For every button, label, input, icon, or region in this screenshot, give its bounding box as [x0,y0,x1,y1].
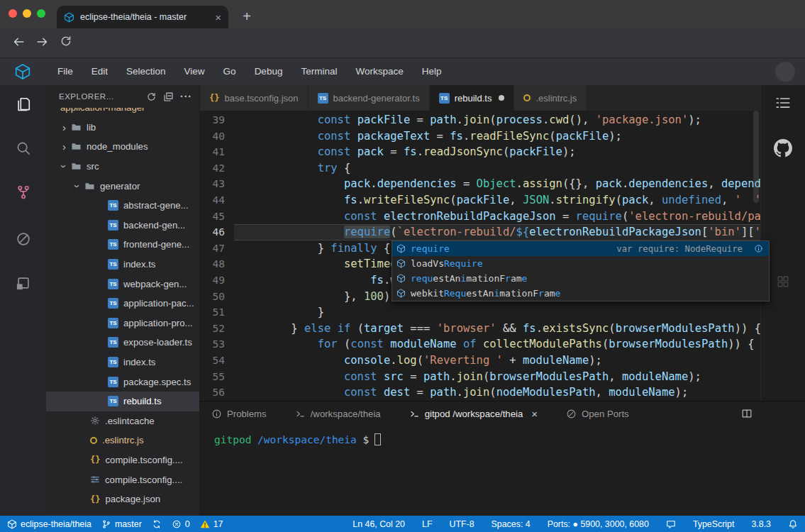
encoding-indicator[interactable]: UTF-8 [449,519,474,529]
tree-item-compile.tsconfig....[interactable]: compile.tsconfig.... [46,470,199,489]
sync-indicator[interactable] [152,519,162,529]
search-view-icon[interactable] [16,140,31,159]
tree-item-frontend-gene...[interactable]: TSfrontend-gene... [46,235,199,255]
back-icon[interactable] [11,35,26,52]
editor-tab-.eslintrc.js[interactable]: .eslintrc.js [514,85,587,111]
indentation-indicator[interactable]: Spaces: 4 [492,519,531,529]
tab-terminal-2[interactable]: gitpod /workspace/theia× [409,408,538,420]
browser-tab[interactable]: eclipse-theia/theia - master × [57,6,228,28]
code-line[interactable]: const dest = path.join(nodeModulesPath, … [234,384,760,401]
menu-edit[interactable]: Edit [82,58,117,85]
status-label: TypeScript [693,519,735,529]
typescript-version[interactable]: 3.8.3 [751,519,771,529]
code-line[interactable]: const electronRebuildPackageJson = requi… [234,209,760,225]
source-control-view-icon[interactable] [16,184,31,203]
code-line[interactable]: const pack = fs.readJsonSync(packFile); [234,144,760,160]
menu-help[interactable]: Help [413,58,451,85]
errors-indicator[interactable]: 0 [172,519,190,529]
menu-go[interactable]: Go [214,58,245,85]
github-view-icon[interactable] [774,139,792,160]
tab-terminal-1[interactable]: /workspace/theia [295,409,381,419]
code-line[interactable]: } else if (target === 'browser' && fs.ex… [234,321,760,337]
tab-problems[interactable]: Problems [211,409,267,419]
workspace-indicator[interactable]: eclipse-theia/theia [7,519,91,529]
tree-item-package.json[interactable]: {}package.json [46,489,199,509]
language-indicator[interactable]: TypeScript [693,519,735,529]
git-branch-indicator[interactable]: master [101,519,142,529]
editor-tab-bar: {}base.tsconfig.jsonTSbackend-generator.… [200,85,760,111]
tab-open-ports[interactable]: Open Ports [566,409,629,419]
user-avatar[interactable] [775,62,795,82]
tab-close-icon[interactable]: × [215,11,221,23]
explorer-view-icon[interactable] [16,96,31,115]
tree-item-index.ts[interactable]: TSindex.ts [46,353,199,372]
collapse-folders-button[interactable] [163,92,174,102]
suggestion-item[interactable]: webkitRequestAnimationFrame [392,286,769,301]
forward-icon[interactable] [35,35,50,52]
suggestion-item[interactable]: loadVsRequire [392,256,769,271]
editor-scrollbar[interactable] [753,111,759,203]
tree-item-.eslintcache[interactable]: .eslintcache [46,411,199,431]
tree-item-node-modules[interactable]: ›node_modules [46,137,199,157]
tree-item-backend-gen...[interactable]: TSbackend-gen... [46,216,199,235]
menu-terminal[interactable]: Terminal [292,58,346,85]
more-actions-button[interactable]: ··· [180,91,192,102]
menu-selection[interactable]: Selection [117,58,175,85]
tree-item-index.ts[interactable]: TSindex.ts [46,255,199,275]
cursor-position[interactable]: Ln 46, Col 20 [352,519,405,529]
window-close-button[interactable] [9,9,17,18]
modified-dot-icon[interactable] [499,95,504,101]
suggestion-item[interactable]: requirevar require: NodeRequire [392,241,769,256]
suggestion-item[interactable]: requestAnimationFrame [392,271,769,286]
eol-indicator[interactable]: LF [422,519,432,529]
menu-workspace[interactable]: Workspace [346,58,412,85]
warnings-indicator[interactable]: 17 [200,519,223,529]
line-number: 54 [204,353,225,369]
tree-item-package.spec.ts[interactable]: TSpackage.spec.ts [46,372,199,392]
refresh-explorer-button[interactable] [146,92,157,102]
code-line[interactable]: fs.writeFileSync(packFile, JSON.stringif… [234,192,760,209]
code-line[interactable]: const packageText = fs.readFileSync(pack… [234,128,760,145]
code-line[interactable]: console.log('Reverting ' + moduleName); [234,353,760,369]
window-zoom-button[interactable] [37,9,45,18]
tree-item-.eslintrc.js[interactable]: .eslintrc.js [46,431,199,450]
editor-tab-base.tsconfig.json[interactable]: {}base.tsconfig.json [200,85,309,111]
tree-item-rebuild.ts[interactable]: TSrebuild.ts [46,392,199,411]
notifications-bell[interactable] [788,519,798,529]
split-panel-icon[interactable] [741,408,753,419]
code-line[interactable]: pack.dependencies = Object.assign({}, pa… [234,176,760,192]
blocked-view-icon[interactable] [16,231,31,250]
code-line[interactable]: const src = path.join(browserModulesPath… [234,369,760,385]
tree-item-generator[interactable]: ›generator [46,176,199,196]
info-icon[interactable] [754,244,763,253]
tree-item-src[interactable]: ›src [46,157,199,177]
window-minimize-button[interactable] [23,9,31,18]
symbol-cube-icon [396,289,406,298]
code-line[interactable]: } [234,304,760,321]
tree-item-lib[interactable]: ›lib [46,118,199,138]
tree-item-webpack-gen...[interactable]: TSwebpack-gen... [46,274,199,294]
outline-view-icon[interactable] [775,95,791,113]
extensions-view-icon[interactable] [16,275,31,294]
tree-item-compile.tsconfig....[interactable]: {}compile.tsconfig.... [46,450,199,470]
feedback-icon[interactable] [666,519,676,529]
tree-item-application-pac...[interactable]: TSapplication-pac... [46,294,199,314]
new-tab-button[interactable]: + [237,6,257,26]
inactive-view-icon[interactable] [777,275,789,291]
menu-debug[interactable]: Debug [245,58,292,85]
menu-view[interactable]: View [175,58,214,85]
tree-item-abstract-gene...[interactable]: TSabstract-gene... [46,196,199,216]
menu-file[interactable]: File [48,58,82,85]
editor-tab-backend-generator.ts[interactable]: TSbackend-generator.ts [309,85,430,111]
reload-icon[interactable] [60,35,72,50]
ports-indicator[interactable]: Ports: ● 5900, 3000, 6080 [548,519,649,529]
close-icon[interactable]: × [531,408,538,420]
code-line[interactable]: try { [234,160,760,177]
code-line[interactable]: const packFile = path.join(process.cwd()… [234,112,760,128]
editor-tab-rebuild.ts[interactable]: TSrebuild.ts [430,85,515,111]
terminal[interactable]: gitpod /workspace/theia $ [214,433,381,445]
code-line[interactable]: for (const moduleName of collectModulePa… [234,336,760,353]
tree-item-expose-loader.ts[interactable]: TSexpose-loader.ts [46,333,199,353]
tree-item-application-pro...[interactable]: TSapplication-pro... [46,314,199,333]
code-line[interactable]: require(`electron-rebuild/${electronRebu… [234,224,760,240]
